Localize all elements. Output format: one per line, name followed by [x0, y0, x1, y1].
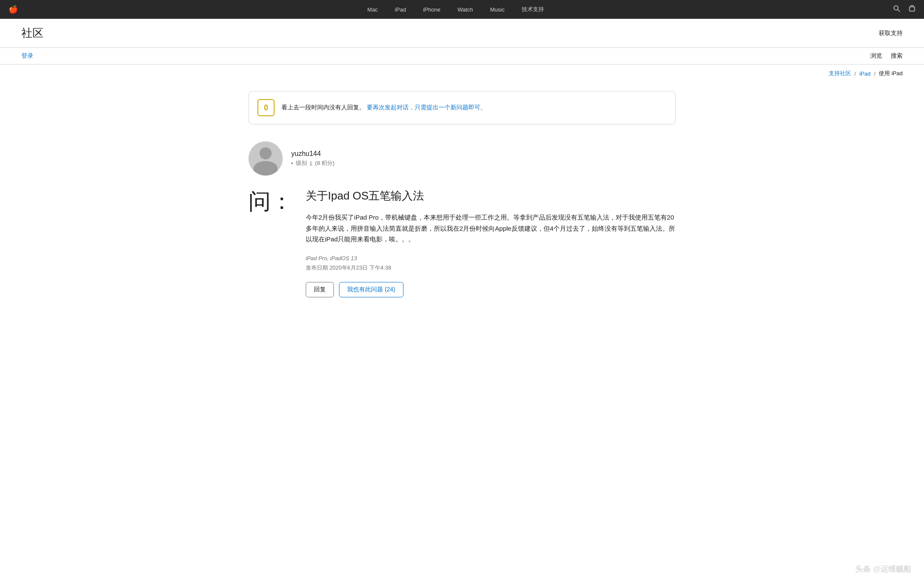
date-label: 发布日期	[306, 264, 328, 271]
avatar	[249, 141, 283, 176]
browse-link[interactable]: 浏览	[870, 52, 882, 60]
user-info: yuzhu144 • 级别 1 (8 积分)	[291, 150, 334, 167]
question-section: 问： 关于Ipad OS五笔输入法 今年2月份我买了iPad Pro，带机械键盘…	[249, 188, 675, 297]
post-user: yuzhu144 • 级别 1 (8 积分)	[249, 141, 675, 176]
same-issue-button[interactable]: 我也有此问题 (24)	[339, 282, 404, 297]
question-label: 问：	[249, 188, 293, 297]
nav-music[interactable]: Music	[482, 6, 513, 13]
main-content: 0 看上去一段时间内没有人回复。 要再次发起对话，只需提出一个新问题即可。 yu…	[227, 82, 697, 323]
avatar-silhouette	[249, 141, 283, 176]
apple-logo-icon[interactable]: 🍎	[9, 5, 18, 14]
breadcrumb-sep1: /	[854, 70, 856, 77]
nav-bar: 🍎 Mac iPad iPhone Watch Music 技术支持	[0, 0, 924, 19]
level-label: 级别	[296, 159, 307, 167]
notice-link[interactable]: 要再次发起对话，只需提出一个新问题即可。	[367, 104, 486, 111]
nav-right	[893, 5, 915, 14]
nav-links: Mac iPad iPhone Watch Music 技术支持	[18, 6, 893, 13]
community-title: 社区	[21, 26, 44, 41]
nav-mac[interactable]: Mac	[359, 6, 386, 13]
breadcrumb-current: 使用 iPad	[879, 70, 903, 77]
level-points: (8 积分)	[315, 159, 335, 167]
notice-text-before: 看上去一段时间内没有人回复。	[281, 104, 365, 111]
breadcrumb: 支持社区 / iPad / 使用 iPad	[0, 65, 924, 82]
notice-text: 看上去一段时间内没有人回复。 要再次发起对话，只需提出一个新问题即可。	[281, 104, 486, 112]
nav-tech-support[interactable]: 技术支持	[513, 6, 553, 13]
reply-button[interactable]: 回复	[306, 282, 334, 297]
notice-icon: 0	[257, 99, 275, 116]
cart-icon-button[interactable]	[909, 5, 915, 14]
breadcrumb-sep2: /	[874, 70, 876, 77]
question-body: 今年2月份我买了iPad Pro，带机械键盘，本来想用于处理一些工作之用。等拿到…	[306, 212, 675, 245]
post-meta: iPad Pro, iPadOS 13	[306, 255, 675, 261]
question-title: 关于Ipad OS五笔输入法	[306, 188, 675, 203]
nav-ipad[interactable]: iPad	[386, 6, 415, 13]
level-num: 1	[310, 160, 313, 167]
breadcrumb-community[interactable]: 支持社区	[829, 70, 851, 77]
action-buttons: 回复 我也有此问题 (24)	[306, 282, 675, 297]
search-icon-button[interactable]	[893, 5, 900, 14]
nav-watch[interactable]: Watch	[449, 6, 481, 13]
search-link[interactable]: 搜索	[891, 52, 903, 60]
user-level: • 级别 1 (8 积分)	[291, 159, 334, 167]
right-links: 浏览 搜索	[870, 52, 903, 60]
login-link[interactable]: 登录	[21, 52, 33, 60]
get-support-link[interactable]: 获取支持	[879, 29, 903, 37]
post-date: 发布日期 2020年6月23日 下午4:38	[306, 264, 675, 272]
date-value: 2020年6月23日 下午4:38	[330, 264, 392, 271]
bullet-icon: •	[291, 160, 293, 167]
notice-banner: 0 看上去一段时间内没有人回复。 要再次发起对话，只需提出一个新问题即可。	[249, 91, 675, 124]
svg-line-1	[898, 10, 900, 12]
svg-rect-2	[909, 7, 915, 11]
question-content: 关于Ipad OS五笔输入法 今年2月份我买了iPad Pro，带机械键盘，本来…	[306, 188, 675, 297]
page-header: 社区 获取支持	[0, 19, 924, 48]
sub-header: 登录 浏览 搜索	[0, 48, 924, 65]
username: yuzhu144	[291, 150, 334, 158]
breadcrumb-ipad[interactable]: iPad	[860, 70, 871, 77]
nav-iphone[interactable]: iPhone	[415, 6, 449, 13]
